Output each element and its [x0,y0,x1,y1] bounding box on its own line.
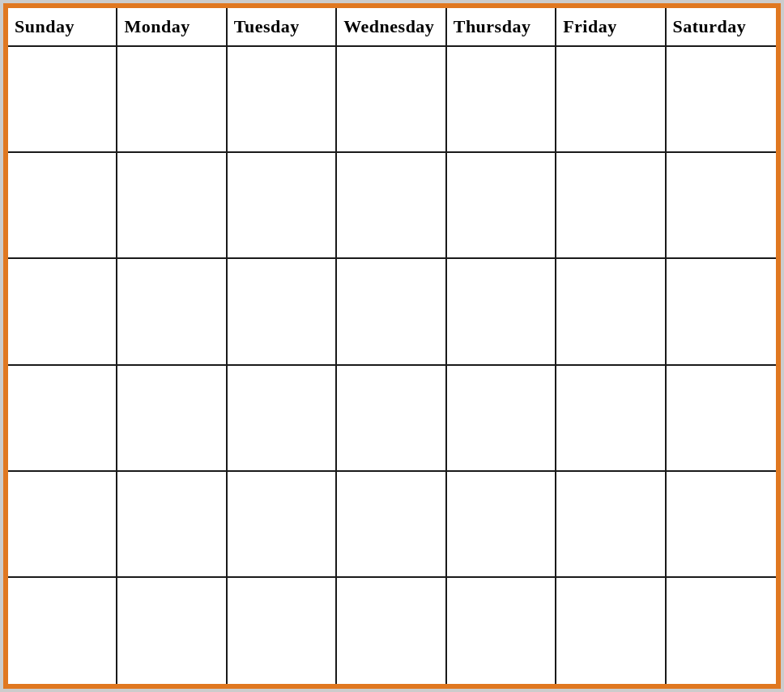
table-row[interactable] [337,153,446,259]
header-tuesday: Tuesday [228,8,337,45]
header-friday: Friday [556,8,666,45]
table-row[interactable] [8,366,117,472]
header-monday: Monday [117,8,227,45]
table-row[interactable] [8,47,117,153]
header-saturday: Saturday [667,8,776,45]
table-row[interactable] [8,259,117,365]
table-row[interactable] [337,259,446,365]
table-row[interactable] [667,47,776,153]
table-row[interactable] [667,153,776,259]
table-row[interactable] [8,578,117,684]
table-row[interactable] [228,366,337,472]
calendar-body [8,47,776,684]
table-row[interactable] [117,472,227,578]
table-row[interactable] [556,578,666,684]
table-row[interactable] [117,366,227,472]
table-row[interactable] [337,472,446,578]
table-row[interactable] [117,578,227,684]
table-row[interactable] [337,578,446,684]
table-row[interactable] [447,578,556,684]
header-sunday: Sunday [8,8,117,45]
table-row[interactable] [8,153,117,259]
header-wednesday: Wednesday [337,8,446,45]
calendar: Sunday Monday Tuesday Wednesday Thursday… [3,3,781,689]
table-row[interactable] [667,472,776,578]
table-row[interactable] [8,472,117,578]
calendar-header: Sunday Monday Tuesday Wednesday Thursday… [8,8,776,47]
table-row[interactable] [556,259,666,365]
table-row[interactable] [447,366,556,472]
table-row[interactable] [447,259,556,365]
table-row[interactable] [228,472,337,578]
table-row[interactable] [337,366,446,472]
table-row[interactable] [447,153,556,259]
table-row[interactable] [117,153,227,259]
table-row[interactable] [667,366,776,472]
table-row[interactable] [228,578,337,684]
table-row[interactable] [556,47,666,153]
table-row[interactable] [447,47,556,153]
table-row[interactable] [117,259,227,365]
header-thursday: Thursday [447,8,556,45]
table-row[interactable] [228,153,337,259]
table-row[interactable] [667,578,776,684]
table-row[interactable] [556,472,666,578]
table-row[interactable] [228,259,337,365]
table-row[interactable] [337,47,446,153]
table-row[interactable] [228,47,337,153]
table-row[interactable] [556,366,666,472]
table-row[interactable] [117,47,227,153]
table-row[interactable] [556,153,666,259]
table-row[interactable] [447,472,556,578]
table-row[interactable] [667,259,776,365]
